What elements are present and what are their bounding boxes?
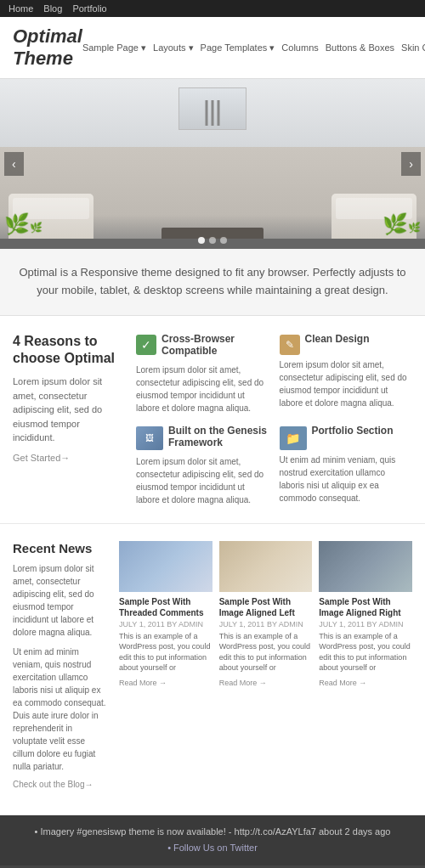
site-title: Optimal Theme [13,25,82,70]
top-nav-portfolio[interactable]: Portfolio [72,3,106,14]
news-excerpt-2: This is an example of a WordPress post, … [219,631,313,674]
intro-section: Optimal is a Responsive theme designed t… [0,249,425,316]
slider-dot-2[interactable] [209,237,216,244]
feature-title-2: Clean Design [305,333,370,345]
nav-layouts[interactable]: Layouts ▾ [153,42,194,54]
news-left: Recent News Lorem ipsum dolor sit amet, … [13,541,106,798]
feature-body-1: Lorem ipsum dolor sit amet, consectetur … [136,364,269,414]
news-thumb-1 [119,541,212,592]
top-nav: Home Blog Portfolio [0,0,425,17]
slider-dots [198,237,227,244]
image-icon: 🖼 [136,426,163,450]
feature-body-2: Lorem ipsum dolor sit amet, consectetur … [280,358,413,409]
nav-skin-colors[interactable]: Skin Colors [401,42,425,54]
feature-body-4: Ut enim ad minim veniam, quis nostrud ex… [280,454,413,504]
pencil-icon: ✎ [280,335,300,355]
hero-slider: 🌿 🌿 ‹ › [0,79,425,249]
main-nav: Sample Page ▾ Layouts ▾ Page Templates ▾… [82,42,425,54]
news-excerpt-3: This is an example of a WordPress post, … [319,631,412,674]
nav-buttons-boxes[interactable]: Buttons & Boxes [326,42,394,54]
slider-next-button[interactable]: › [401,152,421,176]
social-line-1: • Imagery #genesiswp theme is now availa… [13,824,412,841]
news-title-3: Sample Post With Image Aligned Right [319,596,412,618]
news-desc1: Lorem ipsum dolor sit amet, consectetur … [13,562,106,639]
feature-item-4: 📁 Portfolio Section Ut enim ad minim ven… [280,425,413,506]
top-nav-home[interactable]: Home [8,3,33,14]
news-title-2: Sample Post With Image Aligned Left [219,596,313,618]
news-meta-2: JULY 1, 2011 BY ADMIN [219,620,313,628]
social-bar: • Imagery #genesiswp theme is now availa… [0,815,425,866]
feature-item-1: ✓ Cross-Browser Compatible Lorem ipsum d… [136,333,269,414]
news-heading: Recent News [13,541,106,555]
feature-title-3: Built on the Genesis Framework [168,425,269,448]
slider-dot-3[interactable] [220,237,227,244]
features-desc: Lorem ipsum dolor sit amet, consectetur … [13,375,123,445]
feature-item-2: ✎ Clean Design Lorem ipsum dolor sit ame… [280,333,413,414]
news-section: Recent News Lorem ipsum dolor sit amet, … [0,524,425,815]
news-excerpt-1: This is an example of a WordPress post, … [119,631,212,674]
news-desc2: Ut enim ad minim veniam, quis nostrud ex… [13,645,106,773]
features-heading: 4 Reasons to choose Optimal [13,333,123,369]
nav-columns[interactable]: Columns [281,42,318,54]
features-grid: ✓ Cross-Browser Compatible Lorem ipsum d… [136,333,412,506]
folder-icon: 📁 [280,426,307,450]
news-card-1: Sample Post With Threaded Comments JULY … [119,541,212,798]
news-card-3: Sample Post With Image Aligned Right JUL… [319,541,412,798]
features-left: 4 Reasons to choose Optimal Lorem ipsum … [13,333,123,506]
social-line-2: • Follow Us on Twitter [13,840,412,857]
nav-sample-page[interactable]: Sample Page ▾ [82,42,146,54]
features-get-started-link[interactable]: Get Started→ [13,453,70,463]
news-thumb-2 [219,541,313,592]
news-blog-link[interactable]: Check out the Blog→ [13,780,106,789]
feature-item-3: 🖼 Built on the Genesis Framework Lorem i… [136,425,269,506]
feature-title-1: Cross-Browser Compatible [162,333,269,357]
check-icon: ✓ [136,335,156,355]
news-grid: Sample Post With Threaded Comments JULY … [119,541,412,798]
news-thumb-3 [319,541,412,592]
site-header: Optimal Theme Sample Page ▾ Layouts ▾ Pa… [0,17,425,79]
features-section: 4 Reasons to choose Optimal Lorem ipsum … [0,316,425,524]
slider-dot-1[interactable] [198,237,205,244]
nav-page-templates[interactable]: Page Templates ▾ [201,42,275,54]
top-nav-blog[interactable]: Blog [43,3,62,14]
intro-text: Optimal is a Responsive theme designed t… [13,264,412,300]
news-card-2: Sample Post With Image Aligned Left JULY… [219,541,313,798]
slider-prev-button[interactable]: ‹ [4,152,24,176]
news-readmore-3[interactable]: Read More → [319,679,366,687]
feature-title-4: Portfolio Section [312,425,394,437]
news-readmore-1[interactable]: Read More → [119,679,167,687]
twitter-follow-link[interactable]: • Follow Us on Twitter [167,843,258,853]
feature-body-3: Lorem ipsum dolor sit amet, consectetur … [136,455,269,506]
news-meta-1: JULY 1, 2011 BY ADMIN [119,620,212,628]
news-title-1: Sample Post With Threaded Comments [119,596,212,618]
news-readmore-2[interactable]: Read More → [219,679,267,687]
news-meta-3: JULY 1, 2011 BY ADMIN [319,620,412,628]
